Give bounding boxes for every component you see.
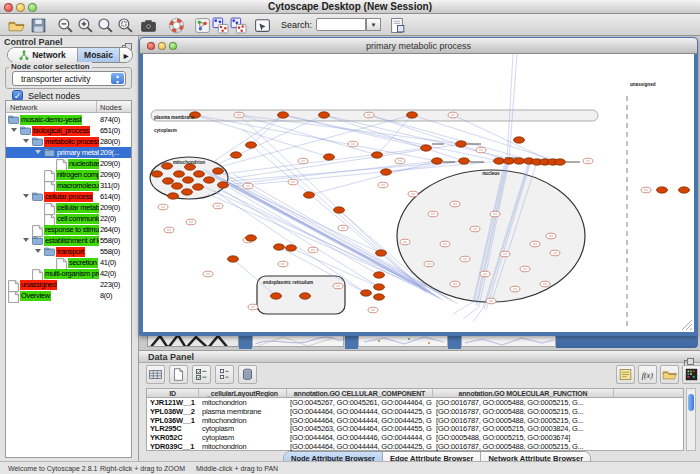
selected-node[interactable]: [514, 137, 525, 143]
network-view-window[interactable]: primary metabolic process plasma membran…: [139, 37, 698, 336]
tree-row[interactable]: cellular process614(0): [6, 191, 131, 202]
tree-row[interactable]: establishment of lo558(0): [6, 235, 131, 246]
selected-node[interactable]: [162, 163, 173, 169]
edge[interactable]: [218, 187, 379, 287]
list-icon[interactable]: [215, 365, 234, 384]
selected-node[interactable]: [679, 187, 690, 193]
tree-row[interactable]: unassigned223(0): [6, 279, 131, 290]
table-scrollbar[interactable]: [686, 388, 696, 451]
tree-row[interactable]: Overview8(0): [6, 290, 131, 301]
zoom-in-icon[interactable]: [77, 17, 94, 34]
selected-node[interactable]: [504, 158, 515, 164]
tree-row[interactable]: cell communicat22(0): [6, 213, 131, 224]
disclosure-triangle-icon[interactable]: [35, 150, 41, 154]
selected-node[interactable]: [194, 171, 205, 177]
column-header[interactable]: _cellularLayoutRegion: [199, 389, 287, 397]
selected-node[interactable]: [274, 244, 285, 250]
minimize-window-button[interactable]: [16, 3, 25, 12]
open-session-icon[interactable]: [8, 17, 25, 34]
selected-node[interactable]: [218, 182, 229, 188]
tab-overflow-arrow[interactable]: ▶: [120, 48, 132, 62]
vizmapper-icon[interactable]: [194, 17, 211, 34]
matrix-icon[interactable]: [682, 365, 700, 384]
float-panel-icon[interactable]: [122, 38, 132, 47]
selected-node[interactable]: [286, 245, 297, 251]
annotation-icon[interactable]: [389, 17, 406, 34]
edge[interactable]: [231, 161, 464, 181]
table-row[interactable]: YPL036W__1mitochondrion[GO:0044464, GO:0…: [147, 417, 683, 426]
selected-node[interactable]: [246, 142, 257, 148]
tree-column-network[interactable]: Network: [10, 103, 38, 112]
table-row[interactable]: YLR295Ccytoplasm[GO:0045263, GO:0044464,…: [147, 425, 683, 434]
tree-header[interactable]: Network Nodes: [6, 101, 131, 113]
tree-row[interactable]: nucleobase-209(0): [6, 158, 131, 169]
node-color-dropdown[interactable]: transporter activity ▲▼: [12, 71, 126, 86]
selected-node[interactable]: [304, 192, 315, 198]
tree-row[interactable]: metabolic process280(0): [6, 136, 131, 147]
selected-node[interactable]: [372, 152, 383, 158]
note-icon[interactable]: [616, 365, 635, 384]
tree-row[interactable]: nitrogen compo209(0): [6, 169, 131, 180]
copy-network-1-icon[interactable]: [212, 17, 229, 34]
tree-row[interactable]: secretion41(0): [6, 257, 131, 268]
selected-node[interactable]: [204, 177, 215, 183]
close-window-button[interactable]: [4, 3, 13, 12]
attribute-table-header[interactable]: ID_cellularLayoutRegionannotation.GO CEL…: [147, 389, 683, 398]
tree-row[interactable]: mosaic-demo-yeast874(0): [6, 114, 131, 125]
disclosure-triangle-icon[interactable]: [23, 194, 29, 198]
edge[interactable]: [453, 302, 473, 314]
network-graph[interactable]: plasma membranecytoplasmmitochondrionnuc…: [143, 54, 694, 332]
zoom-out-icon[interactable]: [57, 17, 74, 34]
table-scrollbar-thumb[interactable]: [688, 394, 694, 411]
snapshot-icon[interactable]: [140, 17, 157, 34]
checklist-icon[interactable]: [192, 365, 211, 384]
selected-node[interactable]: [213, 168, 224, 174]
disclosure-triangle-icon[interactable]: [23, 238, 29, 242]
tab-mosaic[interactable]: Mosaic: [78, 48, 120, 62]
selected-node[interactable]: [421, 145, 432, 151]
network-minimize-button[interactable]: [158, 42, 166, 50]
network-window-titlebar[interactable]: primary metabolic process: [140, 38, 697, 54]
selected-node[interactable]: [374, 272, 385, 278]
selected-node[interactable]: [361, 290, 372, 296]
disclosure-triangle-icon[interactable]: [35, 249, 41, 253]
edge[interactable]: [309, 161, 437, 195]
edge[interactable]: [453, 115, 553, 162]
selected-node[interactable]: [246, 235, 257, 241]
tree-row[interactable]: response to stimulu264(0): [6, 224, 131, 235]
selected-node[interactable]: [168, 193, 179, 199]
table-row[interactable]: YJR121W__1mitochondrion[GO:0045267, GO:0…: [147, 399, 683, 408]
column-header[interactable]: annotation.GO CELLULAR_COMPONENT: [287, 389, 433, 397]
selected-node[interactable]: [300, 293, 311, 299]
tree-row[interactable]: multi-organism pro42(0): [6, 268, 131, 279]
tree-column-divider[interactable]: [96, 101, 97, 112]
tree-row[interactable]: transport558(0): [6, 246, 131, 257]
selected-node[interactable]: [555, 159, 566, 165]
selected-node[interactable]: [174, 171, 185, 177]
selected-node[interactable]: [456, 141, 467, 147]
selected-node[interactable]: [494, 158, 505, 164]
new-page-icon[interactable]: [169, 365, 188, 384]
disclosure-triangle-icon[interactable]: [11, 128, 17, 132]
selected-node[interactable]: [407, 112, 418, 118]
selected-node[interactable]: [193, 184, 204, 190]
zoom-fit-icon[interactable]: [97, 17, 114, 34]
selected-node[interactable]: [228, 256, 239, 262]
save-session-icon[interactable]: [30, 17, 47, 34]
tree-row[interactable]: macromolecule311(0): [6, 180, 131, 191]
network-canvas[interactable]: plasma membranecytoplasmmitochondrionnuc…: [143, 54, 694, 332]
selected-node[interactable]: [182, 189, 193, 195]
zoom-selected-icon[interactable]: [117, 17, 134, 34]
data-panel-header[interactable]: Data Panel: [139, 350, 700, 363]
copy-network-2-icon[interactable]: [230, 17, 247, 34]
resize-grip-icon[interactable]: [682, 320, 692, 330]
table-row[interactable]: YKR052Ccytoplasm[GO:0044464, GO:0044446,…: [147, 434, 683, 443]
selected-node[interactable]: [459, 158, 470, 164]
selected-node[interactable]: [324, 154, 335, 160]
selected-node[interactable]: [432, 158, 443, 164]
selected-node[interactable]: [163, 178, 174, 184]
selected-node[interactable]: [381, 169, 392, 175]
selected-node[interactable]: [334, 207, 345, 213]
tree-row[interactable]: cellular metabol209(0): [6, 202, 131, 213]
folder-icon[interactable]: [660, 365, 679, 384]
